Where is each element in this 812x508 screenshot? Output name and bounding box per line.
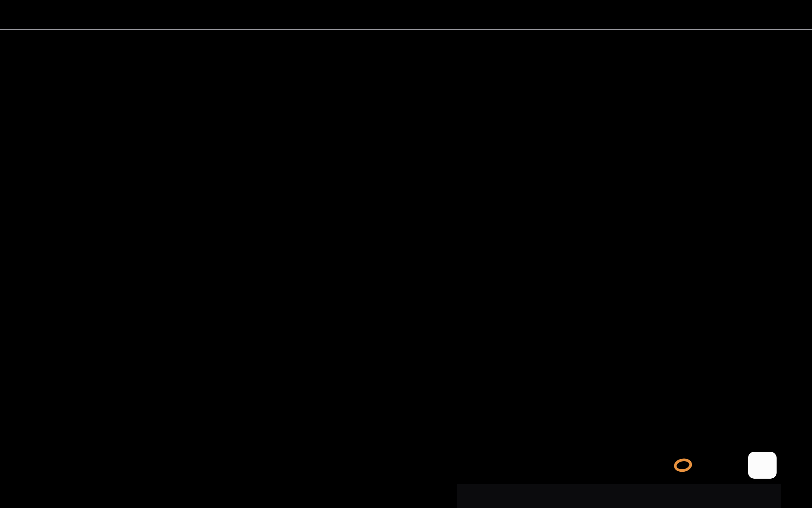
radar-map <box>0 0 812 508</box>
right-height-panel <box>782 30 812 508</box>
top-height-panel <box>0 0 812 29</box>
radar-viewer: { "header": { "title": "Magyar Kompozit … <box>0 0 812 508</box>
dbz-legend <box>457 484 781 508</box>
map-top-border <box>0 29 812 30</box>
branding[interactable] <box>663 446 779 485</box>
sun-icon <box>674 459 692 472</box>
metnet-app-icon[interactable] <box>748 452 777 479</box>
